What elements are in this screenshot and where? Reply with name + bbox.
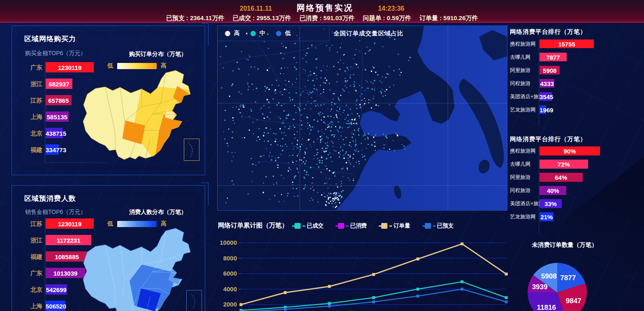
- legend-name: 已成交: [307, 222, 324, 230]
- legend-label: 低: [285, 30, 291, 37]
- south-china-sea-inset: [186, 290, 202, 311]
- legend-label: 中: [259, 30, 265, 37]
- header-stats-row: 已预支 : 2364.11万件已成交 : 2955.13万件已消费 : 591.…: [0, 14, 644, 22]
- map-legend-title: 消费人数分布（万笔）: [111, 209, 205, 216]
- panel-platform-ranking-values: 网络消费平台排行（万笔） 携程旅游网15755去哪儿网7877阿里旅游5908同…: [510, 26, 644, 128]
- pie-title: 未消费订单数量（万笔）: [517, 241, 612, 249]
- legend-dot-icon: [225, 31, 230, 36]
- bar-row-阿里旅游[interactable]: 阿里旅游5908: [540, 66, 560, 74]
- bar-value: 3545: [540, 93, 552, 100]
- bar-row-携程旅游网[interactable]: 携程旅游网90%: [540, 146, 600, 156]
- stat-item-2: 已消费 : 591.03万件: [299, 14, 354, 22]
- svg-text:10000: 10000: [220, 239, 237, 246]
- bar-value: 33%: [540, 200, 562, 207]
- bar-value: 1013039: [46, 269, 85, 276]
- legend-swatch-icon: [337, 223, 347, 229]
- panel-regional-pre-consumers: 区域预消费人数 销售金额TOP6（万元） 江苏1230119浙江1172231福…: [12, 185, 205, 311]
- svg-text:6000: 6000: [223, 270, 237, 277]
- panel-unconsumed-orders: 未消费订单数量（万笔） 787798471181639395908: [510, 239, 644, 311]
- bar-category-label: 同程旅游: [510, 187, 530, 194]
- scatter-legend: 高中低: [218, 26, 329, 41]
- bar-category-label: 江苏: [30, 96, 42, 104]
- bar-value: 72%: [540, 161, 588, 168]
- svg-text:9847: 9847: [566, 297, 581, 305]
- stat-item-0: 已预支 : 2364.11万件: [166, 14, 225, 22]
- bar-row-去哪儿网[interactable]: 去哪儿网72%: [540, 160, 588, 169]
- bar-value: 64%: [540, 174, 583, 181]
- legend-name: 订单量: [394, 222, 410, 230]
- header-banner: 2016.11.11 网络预售实况 14:23:36 已预支 : 2364.11…: [0, 0, 644, 23]
- bar-row-艺龙旅游网[interactable]: 艺龙旅游网21%: [540, 212, 554, 221]
- bar-row-美团酒店+旅游[interactable]: 美团酒店+旅游3545: [540, 92, 552, 101]
- header-row-top: 2016.11.11 网络预售实况 14:23:36: [0, 0, 644, 14]
- stat-item-1: 已成交 : 2955.13万件: [232, 14, 291, 22]
- bar-category-label: 去哪儿网: [510, 161, 530, 168]
- bar-value: 5908: [540, 67, 560, 74]
- bar-row-上海[interactable]: 上海585135: [46, 111, 69, 122]
- panel-title: 区域预消费人数: [24, 194, 76, 203]
- bar-row-北京[interactable]: 北京542699: [46, 284, 67, 295]
- bar-category-label: 广东: [30, 269, 42, 277]
- china-choropleth-map-blue[interactable]: [80, 227, 204, 311]
- bar-value: 438715: [46, 130, 63, 137]
- bar-value: 7877: [540, 53, 567, 60]
- legend-dot-icon: [276, 31, 281, 36]
- bar-value: 542699: [46, 286, 67, 293]
- bar-row-携程旅游网[interactable]: 携程旅游网15755: [540, 39, 594, 48]
- bar-category-label: 北京: [30, 129, 42, 137]
- bar-row-去哪儿网[interactable]: 去哪儿网7877: [540, 53, 567, 61]
- gradient-bar: [117, 63, 157, 69]
- bar-category-label: 阿里旅游: [510, 67, 530, 74]
- map-title: 全国订单成交量区域占比: [334, 30, 404, 37]
- bar-category-label: 艺龙旅游网: [510, 214, 536, 220]
- bar-row-上海[interactable]: 上海506520: [46, 301, 65, 311]
- bar-category-label: 浙江: [30, 80, 42, 88]
- bar-category-label: 上海: [30, 113, 42, 121]
- bar-row-福建[interactable]: 福建334773: [46, 144, 59, 155]
- bar-row-浙江[interactable]: 浙江682937: [46, 79, 72, 89]
- bar-row-广东[interactable]: 广东1013039: [46, 268, 85, 278]
- bar-axis: [539, 146, 539, 233]
- svg-text:5908: 5908: [541, 272, 557, 280]
- bar-value: 506520: [46, 302, 65, 309]
- svg-text:11816: 11816: [537, 304, 556, 311]
- line-chart-legend[interactable]: 已成交已消费订单量已预支: [293, 222, 454, 230]
- bar-row-美团酒店+旅游[interactable]: 美团酒店+旅游33%: [540, 199, 562, 208]
- stat-item-4: 订单量 : 5910.26万件: [419, 14, 478, 22]
- line-chart-title: 网络订单累计图（万笔）: [218, 221, 288, 230]
- bar-category-label: 携程旅游网: [510, 148, 536, 155]
- legend-name: 已预支: [437, 222, 454, 230]
- bar-row-江苏[interactable]: 江苏657865: [46, 95, 72, 105]
- bar-value: 40%: [540, 187, 566, 194]
- scatter-legend-item-2: 低: [276, 30, 291, 37]
- bar-value: 657865: [46, 97, 72, 104]
- bar-row-北京[interactable]: 北京438715: [46, 128, 63, 138]
- order-volume-scatter-map[interactable]: [218, 26, 507, 210]
- bar-value: 4333: [540, 80, 554, 87]
- bar-row-艺龙旅游网[interactable]: 艺龙旅游网1969: [540, 105, 546, 114]
- unconsumed-orders-pie-chart[interactable]: 787798471181639395908: [510, 250, 644, 311]
- panel-title: 网络消费平台排行（万笔）: [510, 135, 586, 143]
- bar-row-同程旅游[interactable]: 同程旅游40%: [540, 186, 566, 195]
- legend-item-已消费[interactable]: 已消费: [337, 222, 367, 230]
- legend-swatch-icon: [293, 223, 304, 229]
- bar-value: 585135: [46, 113, 69, 120]
- map-legend-title: 购买订单分布（万笔）: [111, 51, 205, 58]
- bar-category-label: 广东: [30, 63, 42, 71]
- bar-row-阿里旅游[interactable]: 阿里旅游64%: [540, 173, 583, 182]
- bar-value: 21%: [540, 214, 554, 220]
- bar-axis: [45, 62, 45, 162]
- scatter-legend-item-1: 中: [250, 30, 265, 37]
- bar-row-同程旅游[interactable]: 同程旅游4333: [540, 79, 554, 88]
- legend-item-订单量[interactable]: 订单量: [380, 222, 410, 230]
- legend-dot-icon: [250, 31, 256, 36]
- bar-category-label: 美团酒店+旅游: [510, 200, 544, 207]
- legend-item-已预支[interactable]: 已预支: [424, 222, 454, 230]
- legend-item-已成交[interactable]: 已成交: [293, 222, 324, 230]
- page-title: 网络预售实况: [297, 2, 353, 14]
- gradient-bar: [117, 221, 157, 227]
- bar-value: 1230119: [46, 220, 94, 227]
- scatter-legend-item-0: 高: [225, 30, 240, 37]
- cumulative-orders-line-chart[interactable]: 100008000600040002000: [217, 233, 510, 311]
- bar-category-label: 福建: [30, 253, 42, 260]
